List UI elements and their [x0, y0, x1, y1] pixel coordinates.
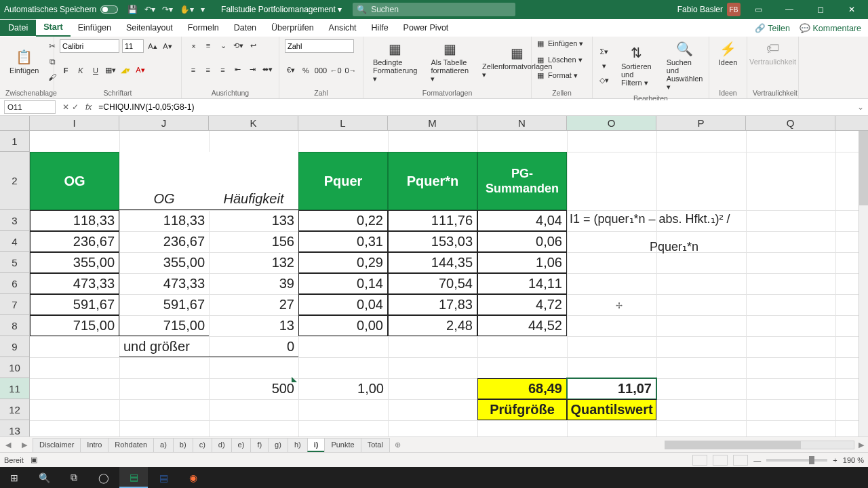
cell-M6[interactable]: 70,54: [388, 273, 477, 294]
cell-N8[interactable]: 44,52: [477, 315, 567, 336]
row-header-2[interactable]: 2: [0, 152, 30, 210]
row-header-13[interactable]: 13: [0, 420, 30, 436]
vertical-scrollbar[interactable]: [859, 131, 868, 436]
cell-I8[interactable]: 715,00: [30, 315, 119, 336]
cell-L4[interactable]: 0,31: [298, 231, 388, 252]
cell-K5[interactable]: 132: [209, 252, 298, 273]
cell-M4[interactable]: 153,03: [388, 231, 477, 252]
touch-icon[interactable]: ✋▾: [180, 5, 194, 14]
ribbon-display-icon[interactable]: ▭: [745, 0, 772, 19]
cell-I6[interactable]: 473,33: [30, 273, 119, 294]
cell-J9[interactable]: und größer: [119, 336, 209, 357]
table-format-button[interactable]: ▦Als Tabelle formatieren ▾: [427, 39, 473, 85]
cell-N4[interactable]: 0,06: [477, 231, 567, 252]
font-size[interactable]: [122, 39, 144, 53]
app-icon-1[interactable]: ◯: [90, 467, 118, 488]
align-top-icon[interactable]: ⌅: [187, 39, 199, 52]
tab-file[interactable]: Datei: [0, 20, 36, 36]
fill-color-button[interactable]: ◢▾: [119, 64, 132, 77]
underline-button[interactable]: U: [90, 64, 102, 77]
new-sheet-button[interactable]: ⊕: [389, 441, 406, 449]
col-header-P[interactable]: P: [656, 116, 746, 130]
tab-start[interactable]: Start: [36, 19, 70, 37]
col-header-M[interactable]: M: [388, 116, 477, 130]
cell-K8[interactable]: 13: [209, 315, 298, 336]
number-format[interactable]: [285, 39, 354, 53]
row-header-12[interactable]: 12: [0, 399, 30, 420]
zoom-slider[interactable]: [766, 459, 827, 462]
zoom-value[interactable]: 190 %: [843, 456, 864, 464]
cond-format-button[interactable]: ▦Bedingte Formatierung ▾: [369, 39, 421, 85]
firefox-icon[interactable]: ◉: [179, 467, 208, 488]
find-select-button[interactable]: 🔍Suchen und Auswählen ▾: [663, 39, 707, 93]
cell-I2[interactable]: OG: [30, 152, 119, 210]
insert-cells-button[interactable]: ▦ Einfügen ▾: [537, 39, 587, 48]
sheet-tab-c[interactable]: c): [193, 438, 212, 452]
row-header-3[interactable]: 3: [0, 210, 30, 231]
cell-I7[interactable]: 591,67: [30, 294, 119, 315]
cell-L8[interactable]: 0,00: [298, 315, 388, 336]
sheet-tab-a[interactable]: a): [153, 438, 174, 452]
cell-J6[interactable]: 473,33: [119, 273, 209, 294]
tab-insert[interactable]: Einfügen: [71, 20, 119, 36]
col-header-K[interactable]: K: [209, 116, 298, 130]
cell-L11[interactable]: 1,00: [298, 378, 388, 399]
cell-K3[interactable]: 133: [209, 210, 298, 231]
qat-more-icon[interactable]: ▾: [201, 5, 205, 14]
document-name[interactable]: Fallstudie Portfoliomanagement ▾: [210, 5, 353, 14]
ideas-button[interactable]: ⚡Ideen: [715, 39, 741, 68]
user-badge[interactable]: FB: [727, 3, 741, 16]
cell-K6[interactable]: 39: [209, 273, 298, 294]
cell-N12[interactable]: Prüfgröße: [477, 399, 567, 420]
zoom-out-icon[interactable]: —: [753, 456, 761, 464]
cell-I3[interactable]: 118,33: [30, 210, 119, 231]
sheet-tab-Punkte[interactable]: Punkte: [324, 438, 361, 452]
format-cells-button[interactable]: ▦ Format ▾: [537, 71, 587, 80]
align-right-icon[interactable]: ≡: [217, 64, 229, 76]
redo-icon[interactable]: ↷▾: [162, 5, 173, 14]
name-box[interactable]: O11: [4, 100, 56, 114]
save-icon[interactable]: 💾: [127, 5, 138, 14]
comments-button[interactable]: 💬 Kommentare: [800, 23, 861, 33]
col-header-J[interactable]: J: [119, 116, 209, 130]
cell-L6[interactable]: 0,14: [298, 273, 388, 294]
row-header-8[interactable]: 8: [0, 315, 30, 336]
cell-N2[interactable]: PG-Summanden: [477, 152, 567, 210]
word-icon[interactable]: ▤: [149, 467, 178, 488]
sheet-tab-f[interactable]: f): [250, 438, 269, 452]
cell-J2[interactable]: OG: [119, 152, 209, 210]
cell-L5[interactable]: 0,29: [298, 252, 388, 273]
row-header-1[interactable]: 1: [0, 131, 30, 152]
expand-formula-icon[interactable]: ⌄: [853, 102, 868, 112]
font-color-button[interactable]: A▾: [134, 64, 146, 77]
autosave-toggle[interactable]: Automatisches Speichern: [0, 5, 122, 14]
cells-area[interactable]: OGPquerPquer*nPG-SummandenOGHäufigkeit11…: [30, 131, 868, 436]
grow-font-icon[interactable]: A▴: [146, 40, 159, 52]
cell-L2[interactable]: Pquer: [298, 152, 388, 210]
cell-I4[interactable]: 236,67: [30, 231, 119, 252]
view-layout-icon[interactable]: [713, 455, 728, 466]
tab-help[interactable]: Hilfe: [364, 20, 396, 36]
spreadsheet-grid[interactable]: IJKLMNOPQ 12345678910111213 OGPquerPquer…: [0, 116, 868, 436]
cell-M5[interactable]: 144,35: [388, 252, 477, 273]
sheet-nav-next[interactable]: ▶: [16, 441, 33, 449]
thousands-icon[interactable]: 000: [315, 64, 327, 77]
sheet-tab-g[interactable]: g): [268, 438, 288, 452]
sheet-tab-Total[interactable]: Total: [361, 438, 390, 452]
tab-powerpivot[interactable]: Power Pivot: [396, 20, 456, 36]
autosum-icon[interactable]: Σ▾: [598, 46, 610, 58]
align-mid-icon[interactable]: ≡: [202, 39, 214, 52]
maximize-icon[interactable]: ◻: [807, 0, 834, 19]
share-button[interactable]: 🔗 Teilen: [755, 23, 790, 33]
sheet-tab-e[interactable]: e): [231, 438, 252, 452]
indent-icon[interactable]: ⇥: [246, 64, 258, 76]
cell-O12[interactable]: Quantilswert: [567, 399, 656, 420]
col-header-N[interactable]: N: [477, 116, 567, 130]
bold-button[interactable]: F: [60, 64, 72, 77]
cell-J4[interactable]: 236,67: [119, 231, 209, 252]
row-header-5[interactable]: 5: [0, 252, 30, 273]
cell-J5[interactable]: 355,00: [119, 252, 209, 273]
cell-K11[interactable]: 500: [209, 378, 298, 399]
excel-icon[interactable]: ▤: [119, 467, 148, 488]
tab-view[interactable]: Ansicht: [321, 20, 364, 36]
